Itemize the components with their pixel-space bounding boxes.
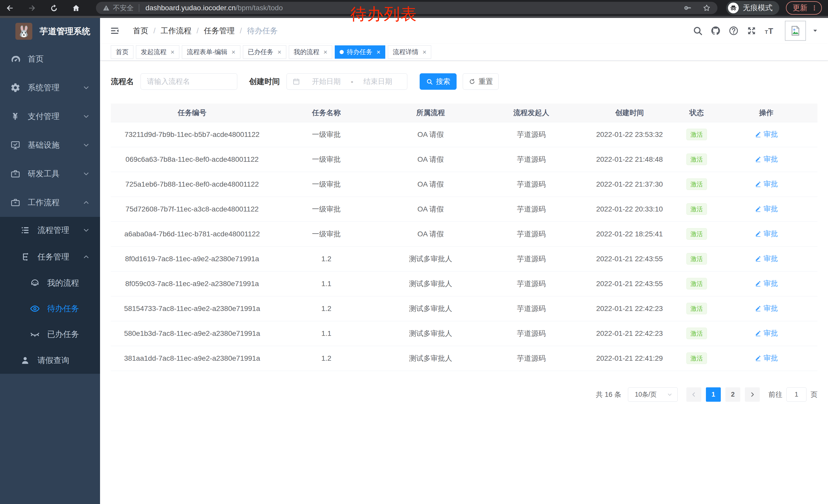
page-size-select[interactable]: 10条/页 [628,387,678,402]
approve-link[interactable]: 审批 [755,353,778,363]
approve-link[interactable]: 审批 [755,328,778,338]
cell-action: 审批 [715,222,818,246]
todo-task-table: 任务编号任务名称所属流程流程发起人创建时间状态操作 73211d9d-7b9b-… [111,103,818,371]
search-button-label: 搜索 [436,77,450,86]
breadcrumb-item[interactable]: 任务管理 [204,26,235,36]
app-logo: 🐰 [15,23,32,40]
github-icon[interactable] [710,26,721,36]
sidebar-item-task-management[interactable]: 任务管理 [0,243,100,270]
start-date-placeholder[interactable]: 开始日期 [303,77,350,86]
goto-page-input[interactable]: 1 [786,387,806,402]
gear-icon [10,82,21,93]
cell-status: 激活 [678,172,715,197]
approve-link[interactable]: 审批 [755,204,778,214]
tab-home[interactable]: 首页 [111,45,133,59]
security-label[interactable]: 不安全 [113,3,134,12]
approve-link[interactable]: 审批 [755,130,778,139]
page-button-2[interactable]: 2 [726,387,740,402]
calendar-icon [292,78,300,85]
chevron-down-icon[interactable] [812,28,818,34]
not-secure-warning-icon[interactable] [102,4,110,11]
url-path[interactable]: /bpm/task/todo [236,4,283,12]
process-name-input[interactable]: 请输入流程名 [140,73,237,90]
tab-create-process[interactable]: 发起流程× [136,45,179,59]
breadcrumb-item[interactable]: 首页 [133,26,148,36]
date-range-input[interactable]: 开始日期 - 结束日期 [287,73,407,90]
sidebar-item-done-tasks[interactable]: 已办任务 [0,321,100,347]
sidebar-item-workflow[interactable]: 工作流程 [0,188,100,217]
cell-status: 激活 [678,346,715,371]
search-icon[interactable] [693,26,703,36]
tab-process-detail[interactable]: 流程详情× [388,45,431,59]
avatar[interactable] [785,21,806,41]
sidebar-item-label: 已办任务 [47,329,79,340]
back-icon[interactable] [5,3,14,12]
home-icon[interactable] [71,3,81,12]
cell-action: 审批 [715,321,818,346]
sidebar-item-label: 支付管理 [28,111,59,122]
cell-task-name: 一级审批 [274,172,379,197]
page-size-value: 10条/页 [635,390,657,399]
password-key-icon[interactable] [684,4,692,12]
fullscreen-icon[interactable] [746,26,757,36]
search-button[interactable]: 搜索 [420,73,457,90]
reset-button[interactable]: 重置 [463,73,499,90]
approve-link[interactable]: 审批 [755,279,778,288]
close-icon[interactable]: × [278,49,281,55]
next-page-button[interactable] [745,387,760,402]
cell-status: 激活 [678,147,715,172]
close-icon[interactable]: × [422,49,426,55]
approve-link[interactable]: 审批 [755,254,778,264]
sidebar-item-todo-tasks[interactable]: 待办任务 [0,296,100,321]
page-button-1[interactable]: 1 [706,387,721,402]
close-icon[interactable]: × [324,49,327,55]
refresh-icon [469,78,475,85]
forward-icon[interactable] [27,3,36,12]
sidebar-item-dev-tools[interactable]: 研发工具 [0,159,100,188]
cell-status: 激活 [678,222,715,246]
approve-link[interactable]: 审批 [755,154,778,164]
sidebar-item-label: 请假查询 [37,355,69,366]
end-date-placeholder[interactable]: 结束日期 [354,77,402,86]
sidebar-item-home[interactable]: 首页 [0,45,100,73]
sidebar-item-infrastructure[interactable]: 基础设施 [0,131,100,159]
cell-starter: 芋道源码 [482,321,581,346]
sidebar-item-leave-query[interactable]: 请假查询 [0,347,100,374]
cell-starter: 芋道源码 [482,147,581,172]
sidebar-item-payment-management[interactable]: 支付管理 [0,102,100,131]
close-icon[interactable]: × [171,49,174,55]
reset-button-label: 重置 [479,77,493,86]
kebab-menu-icon[interactable] [811,5,818,11]
sidebar-logo-row[interactable]: 🐰 芋道管理系统 [0,18,100,45]
table-header-row: 任务编号任务名称所属流程流程发起人创建时间状态操作 [111,103,818,122]
prev-page-button[interactable] [687,387,701,402]
sidebar-item-my-process[interactable]: 我的流程 [0,270,100,296]
tab-process-form-edit[interactable]: 流程表单-编辑× [182,45,240,59]
reload-icon[interactable] [49,3,58,12]
bookmark-star-icon[interactable] [703,4,711,12]
tab-my-process[interactable]: 我的流程× [289,45,332,59]
sidebar-item-label: 首页 [28,54,44,64]
font-size-icon[interactable]: TT [764,26,775,36]
status-badge: 激活 [687,203,707,215]
sidebar-item-label: 研发工具 [28,169,59,179]
breadcrumb-item[interactable]: 工作流程 [161,26,191,36]
close-icon[interactable]: × [377,49,380,55]
help-icon[interactable] [729,26,739,36]
approve-link[interactable]: 审批 [755,229,778,239]
url-host[interactable]: dashboard.yudao.iocoder.cn [146,4,236,12]
approve-link[interactable]: 审批 [755,304,778,313]
update-button[interactable]: 更新 [786,1,822,15]
sidebar-item-process-management[interactable]: 流程管理 [0,217,100,243]
page-suffix-label: 页 [811,390,818,399]
sidebar-collapse-icon[interactable] [109,26,120,36]
cell-created-time: 2022-01-21 22:41:29 [581,346,678,371]
tab-label: 已办任务 [248,48,274,56]
breadcrumb-item: 待办任务 [247,26,278,36]
tab-done-tasks[interactable]: 已办任务× [243,45,286,59]
toolbox-icon [10,168,21,179]
close-icon[interactable]: × [232,49,236,55]
tab-todo-tasks[interactable]: 待办任务× [335,45,385,59]
sidebar-item-system-management[interactable]: 系统管理 [0,73,100,102]
approve-link[interactable]: 审批 [755,179,778,189]
